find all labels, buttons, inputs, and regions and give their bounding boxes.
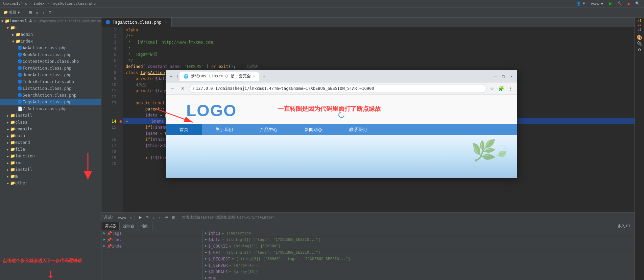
debug-evaluate-btn[interactable]: ⊞ [170, 214, 176, 220]
tree-file-SearchAction[interactable]: 🔵 SearchAction.class.php [0, 92, 101, 99]
browser-back-btn[interactable]: ← [169, 84, 177, 93]
tree-file-AdAction[interactable]: 🔵 AdAction.class.php [0, 45, 101, 51]
tree-file-TagsAction[interactable]: 🔵 TagsAction.class.php [0, 99, 101, 105]
debug-tab-console[interactable]: 控制台 [120, 222, 138, 230]
tree-admin-folder[interactable]: ▶ 📁 admin [0, 31, 101, 38]
tree-data-folder[interactable]: ▶ 📁 data [0, 132, 101, 139]
debug-frame-inde[interactable]: ▶ 📌 inde [101, 243, 202, 250]
browser-nav-home[interactable]: 首页 [166, 124, 202, 135]
browser-extensions-btn[interactable]: 🧩 [497, 85, 505, 92]
debug-var-data[interactable]: ▶ $data = {string[2]} ["tags", "1?XDEBUG… [203, 237, 635, 243]
debug-resume-btn[interactable]: ▶ [138, 214, 143, 220]
tree-file-BookAction[interactable]: 🔵 BookAction.class.php [0, 51, 101, 58]
grid-view-btn[interactable]: ⊞ [28, 9, 33, 15]
other-label: other [15, 181, 27, 185]
frame-run-label: run. [112, 237, 122, 242]
browser-stop-btn[interactable]: ✕ [179, 84, 187, 93]
www-btn[interactable]: www ▼ [590, 1, 605, 6]
browser-bookmark-btn[interactable]: ☆ [488, 85, 496, 92]
extend-label: extend [15, 140, 30, 145]
project-btn[interactable]: 📁 项目 ▼ [2, 9, 22, 16]
browser-nav-about[interactable]: 关于我们 [202, 124, 246, 135]
tree-index-folder[interactable]: ▼ 📁 index [0, 38, 101, 45]
install2-folder-icon: 📁 [10, 167, 15, 172]
right-icon2[interactable]: 🔌 [637, 41, 642, 46]
right-icon3[interactable]: ⚙ [638, 47, 641, 52]
browser-new-tab-btn[interactable]: + [261, 73, 267, 79]
run-btn[interactable]: ▶ [608, 1, 613, 6]
browser-tab[interactable]: 🌐 梦想cms (lmxcms) 是一套完全 ✕ [180, 72, 259, 81]
line-numbers: 123456 789101112 13 14 15 1617181920 [101, 27, 118, 212]
browser-minimize-btn[interactable]: ─ [493, 74, 498, 79]
debug-var-get[interactable]: ▶ $_GET = {string[2]} ["tags", "1?XDEBUG… [203, 250, 635, 256]
debug-tab-output[interactable]: 输出 [138, 222, 152, 230]
tree-m-folder[interactable]: ▶ 📁 m [0, 173, 101, 180]
debug-run-cursor-btn[interactable]: ⇥ [163, 214, 169, 220]
tree-compile-folder[interactable]: ▶ 📁 compile [0, 126, 101, 132]
debug-stepout-btn[interactable]: ↑ [158, 215, 162, 220]
sort-btn[interactable]: ↕ [41, 10, 46, 15]
tree-function-folder[interactable]: ▶ 📁 function [0, 153, 101, 159]
browser-back-icon[interactable]: ← [169, 74, 173, 79]
tree-extend-folder[interactable]: ▶ 📁 extend [0, 139, 101, 146]
browser-nav-products[interactable]: 产品中心 [246, 124, 291, 135]
right-icon1[interactable]: 🎨 [637, 35, 642, 40]
decor-leaf: 🌿 [471, 138, 497, 162]
debug-mode-btn[interactable]: www [117, 215, 127, 220]
build-btn[interactable]: 🔨 [616, 1, 623, 6]
file-icon-ad: 🔵 [18, 46, 23, 50]
tab-close-icon[interactable]: ✕ [165, 20, 167, 25]
debug-var-this[interactable]: ▶ $this = {TagsAction} [203, 230, 635, 237]
debug-frame-run[interactable]: ▶ 📌 run. [101, 237, 202, 243]
tree-inc-folder[interactable]: ▶ 📁 inc [0, 159, 101, 166]
debug-var-const[interactable]: ▶ 常量 [203, 275, 635, 280]
browser-more-btn[interactable]: ⋮ [507, 85, 514, 92]
browser-close-btn[interactable]: ✕ [509, 74, 514, 79]
tree-file-folder[interactable]: ▶ 📁 file [0, 146, 101, 153]
browser-window-icon[interactable]: □ [175, 74, 177, 79]
debug-frame-this[interactable]: ▶ 📌 Tags [101, 230, 202, 237]
right-panel: ⚠1 A4 ⚠1 🎨 🔌 ⚙ [635, 18, 644, 280]
tree-install-folder[interactable]: ▶ 📁 install [0, 112, 101, 119]
admin-expand-icon: ▶ [12, 33, 14, 36]
browser-maximize-btn[interactable]: □ [501, 74, 506, 79]
debug-stepover-btn[interactable]: ↷ [144, 214, 150, 220]
stop-btn[interactable]: ■ [626, 1, 631, 6]
browser-tab-title: 梦想cms (lmxcms) 是一套完全 [191, 73, 251, 79]
browser-tab-close[interactable]: ✕ [253, 74, 255, 78]
debug-var-cookie[interactable]: ▶ $_COOKIE = {string[1]} ["16900"] [203, 243, 635, 250]
debug-toolbar: 调试: www ✕ ▶ ↷ ↓ ↑ ⇥ ⊞ 对表达式值(Enter)或添加监视(… [101, 213, 635, 222]
tree-class-folder[interactable]: ▶ 📁 class [0, 119, 101, 126]
tree-file-IndexAction[interactable]: 🔵 IndexAction.class.php [0, 78, 101, 85]
tree-file-ZtAction[interactable]: 📄 ZtAction.class.php [0, 105, 101, 112]
debug-var-request[interactable]: ▶ $_REQUEST = {string[3]} ["16900", "tag… [203, 256, 635, 262]
step-into-f7-btn[interactable]: 步入 F7 [616, 223, 632, 229]
tree-install2-folder[interactable]: ▶ 📁 install [0, 166, 101, 173]
browser-nav-news[interactable]: 新闻动态 [291, 124, 336, 135]
user-btn[interactable]: 👤 ▼ [575, 1, 587, 6]
debug-stepin-btn[interactable]: ↓ [151, 215, 156, 220]
search-btn[interactable]: 🔍 [634, 1, 641, 6]
debug-tab-debugger[interactable]: 调试器 [101, 222, 120, 230]
tree-file-FormAction[interactable]: 🔵 FormAction.class.php [0, 65, 101, 72]
list-view-btn[interactable]: ≡ [35, 10, 40, 15]
code-line-3: * 【梦想cms】 http://www.lmxcms.com [126, 39, 632, 45]
var-name-globals: $GLOBALS [208, 270, 228, 274]
debug-close-icon[interactable]: ✕ [129, 215, 132, 220]
tree-c-folder[interactable]: ▼ 📁 c [0, 24, 101, 31]
file-tab-tags[interactable]: 🔵 TagsAction.class.php ✕ [101, 18, 172, 27]
tree-file-HomeAction[interactable]: 🔵 HomeAction.class.php [0, 72, 101, 78]
tree-file-ContentAction[interactable]: 🔵 ContentAction.class.php [0, 58, 101, 65]
settings-btn[interactable]: ⚙ [47, 9, 53, 15]
debug-var-globals[interactable]: ▶ $GLOBALS = {array[16]} [203, 269, 635, 275]
function-label: function [15, 154, 35, 158]
browser-nav-contact[interactable]: 联系我们 [336, 124, 380, 135]
browser-navbar: 首页 关于我们 产品中心 新闻动态 联系我们 [166, 124, 517, 135]
file-label-index: IndexAction.class.php [23, 79, 74, 84]
tree-other-folder[interactable]: ▶ 📁 other [0, 180, 101, 186]
browser-title-controls: ← □ [169, 74, 177, 79]
tree-file-ListAction[interactable]: 🔵 ListAction.class.php [0, 85, 101, 92]
tree-root[interactable]: ▼ 📁 lmxcms1.4 G:\PhpStudy\PHPTutorial\WW… [0, 18, 101, 24]
debug-var-server[interactable]: ▶ $_SERVER = {array[47]} [203, 262, 635, 269]
browser-url-bar[interactable]: ℹ 127.0.0.1/daimashenji/lmxcms1.4/?m=tag… [189, 84, 486, 93]
